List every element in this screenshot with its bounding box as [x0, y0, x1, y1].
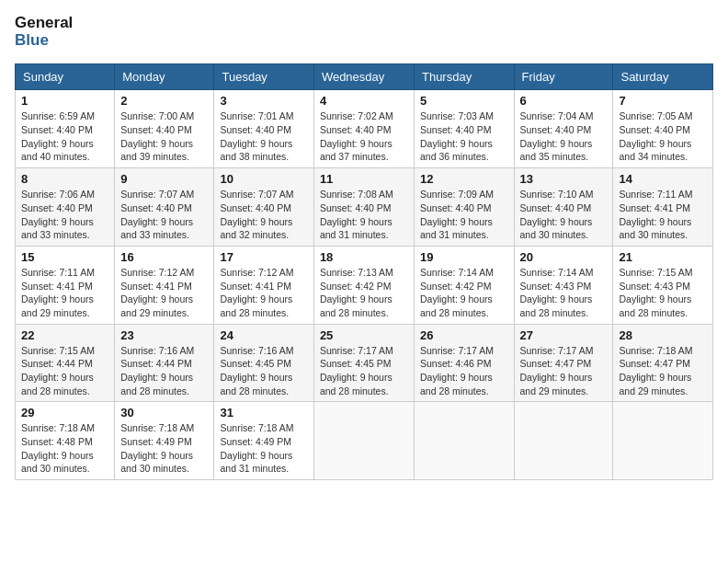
logo-wordmark: General Blue: [15, 15, 73, 49]
day-number: 30: [120, 406, 208, 419]
day-info: Sunrise: 7:04 AMSunset: 4:40 PMDaylight:…: [520, 109, 608, 164]
weekday-header-wednesday: Wednesday: [313, 64, 414, 90]
day-number: 6: [520, 94, 608, 108]
calendar-cell: 2 Sunrise: 7:00 AMSunset: 4:40 PMDayligh…: [115, 90, 214, 168]
day-number: 24: [220, 328, 307, 342]
calendar-header-row: SundayMondayTuesdayWednesdayThursdayFrid…: [16, 64, 713, 90]
calendar-cell: 14 Sunrise: 7:11 AMSunset: 4:41 PMDaylig…: [613, 168, 713, 247]
day-number: 18: [320, 250, 408, 264]
day-number: 17: [220, 250, 307, 264]
calendar-cell: 23 Sunrise: 7:16 AMSunset: 4:44 PMDaylig…: [115, 324, 214, 402]
day-number: 14: [619, 172, 707, 186]
day-info: Sunrise: 7:17 AMSunset: 4:47 PMDaylight:…: [520, 344, 608, 398]
calendar-cell: 4 Sunrise: 7:02 AMSunset: 4:40 PMDayligh…: [313, 90, 414, 168]
day-number: 27: [520, 328, 608, 342]
calendar-cell: [313, 402, 414, 480]
day-info: Sunrise: 7:11 AMSunset: 4:41 PMDaylight:…: [21, 266, 108, 320]
calendar-cell: 17 Sunrise: 7:12 AMSunset: 4:41 PMDaylig…: [214, 246, 313, 324]
day-info: Sunrise: 7:12 AMSunset: 4:41 PMDaylight:…: [120, 266, 208, 320]
calendar-cell: 12 Sunrise: 7:09 AMSunset: 4:40 PMDaylig…: [414, 168, 514, 247]
day-info: Sunrise: 7:08 AMSunset: 4:40 PMDaylight:…: [320, 188, 408, 242]
day-info: Sunrise: 7:05 AMSunset: 4:40 PMDaylight:…: [619, 109, 707, 164]
calendar-cell: 9 Sunrise: 7:07 AMSunset: 4:40 PMDayligh…: [115, 168, 214, 247]
calendar-cell: 28 Sunrise: 7:18 AMSunset: 4:47 PMDaylig…: [613, 324, 713, 402]
calendar-cell: 18 Sunrise: 7:13 AMSunset: 4:42 PMDaylig…: [313, 246, 414, 324]
calendar-cell: 10 Sunrise: 7:07 AMSunset: 4:40 PMDaylig…: [214, 168, 313, 247]
day-info: Sunrise: 7:17 AMSunset: 4:46 PMDaylight:…: [420, 344, 508, 398]
calendar-cell: 19 Sunrise: 7:14 AMSunset: 4:42 PMDaylig…: [414, 246, 514, 324]
day-info: Sunrise: 7:07 AMSunset: 4:40 PMDaylight:…: [220, 188, 307, 242]
calendar-cell: [613, 402, 713, 480]
calendar-cell: 7 Sunrise: 7:05 AMSunset: 4:40 PMDayligh…: [613, 90, 713, 168]
day-info: Sunrise: 7:01 AMSunset: 4:40 PMDaylight:…: [220, 109, 307, 164]
calendar-cell: 15 Sunrise: 7:11 AMSunset: 4:41 PMDaylig…: [16, 246, 115, 324]
day-info: Sunrise: 7:16 AMSunset: 4:44 PMDaylight:…: [120, 344, 208, 398]
day-number: 7: [619, 94, 707, 108]
day-info: Sunrise: 7:06 AMSunset: 4:40 PMDaylight:…: [21, 188, 108, 242]
calendar-cell: 31 Sunrise: 7:18 AMSunset: 4:49 PMDaylig…: [214, 402, 313, 480]
calendar-cell: 20 Sunrise: 7:14 AMSunset: 4:43 PMDaylig…: [514, 246, 613, 324]
day-info: Sunrise: 7:07 AMSunset: 4:40 PMDaylight:…: [120, 188, 208, 242]
day-number: 3: [220, 94, 307, 108]
calendar-cell: 30 Sunrise: 7:18 AMSunset: 4:49 PMDaylig…: [115, 402, 214, 480]
day-info: Sunrise: 7:17 AMSunset: 4:45 PMDaylight:…: [320, 344, 408, 398]
day-info: Sunrise: 7:02 AMSunset: 4:40 PMDaylight:…: [320, 109, 408, 164]
day-number: 22: [21, 328, 108, 342]
day-number: 29: [21, 406, 108, 419]
day-number: 8: [21, 172, 108, 186]
day-info: Sunrise: 7:11 AMSunset: 4:41 PMDaylight:…: [619, 188, 707, 242]
calendar-cell: 13 Sunrise: 7:10 AMSunset: 4:40 PMDaylig…: [514, 168, 613, 247]
day-number: 31: [220, 406, 307, 419]
day-number: 26: [420, 328, 508, 342]
calendar-cell: 3 Sunrise: 7:01 AMSunset: 4:40 PMDayligh…: [214, 90, 313, 168]
calendar-cell: 6 Sunrise: 7:04 AMSunset: 4:40 PMDayligh…: [514, 90, 613, 168]
day-number: 19: [420, 250, 508, 264]
calendar-cell: 5 Sunrise: 7:03 AMSunset: 4:40 PMDayligh…: [414, 90, 514, 168]
weekday-header-monday: Monday: [115, 64, 214, 90]
day-number: 11: [320, 172, 408, 186]
day-number: 20: [520, 250, 608, 264]
calendar-week-5: 29 Sunrise: 7:18 AMSunset: 4:48 PMDaylig…: [16, 402, 713, 480]
calendar-cell: 22 Sunrise: 7:15 AMSunset: 4:44 PMDaylig…: [16, 324, 115, 402]
calendar-cell: 21 Sunrise: 7:15 AMSunset: 4:43 PMDaylig…: [613, 246, 713, 324]
day-info: Sunrise: 7:14 AMSunset: 4:43 PMDaylight:…: [520, 266, 608, 320]
calendar-week-2: 8 Sunrise: 7:06 AMSunset: 4:40 PMDayligh…: [16, 168, 713, 247]
day-number: 15: [21, 250, 108, 264]
day-info: Sunrise: 7:15 AMSunset: 4:43 PMDaylight:…: [619, 266, 707, 320]
logo-text: General Blue: [15, 15, 73, 49]
day-number: 4: [320, 94, 408, 108]
calendar-cell: 29 Sunrise: 7:18 AMSunset: 4:48 PMDaylig…: [16, 402, 115, 480]
day-number: 23: [120, 328, 208, 342]
calendar-cell: 16 Sunrise: 7:12 AMSunset: 4:41 PMDaylig…: [115, 246, 214, 324]
weekday-header-saturday: Saturday: [613, 64, 713, 90]
day-number: 13: [520, 172, 608, 186]
calendar-week-3: 15 Sunrise: 7:11 AMSunset: 4:41 PMDaylig…: [16, 246, 713, 324]
calendar-cell: 25 Sunrise: 7:17 AMSunset: 4:45 PMDaylig…: [313, 324, 414, 402]
day-number: 5: [420, 94, 508, 108]
calendar-cell: 24 Sunrise: 7:16 AMSunset: 4:45 PMDaylig…: [214, 324, 313, 402]
calendar-cell: 26 Sunrise: 7:17 AMSunset: 4:46 PMDaylig…: [414, 324, 514, 402]
day-info: Sunrise: 7:14 AMSunset: 4:42 PMDaylight:…: [420, 266, 508, 320]
weekday-header-sunday: Sunday: [16, 64, 115, 90]
calendar-cell: 11 Sunrise: 7:08 AMSunset: 4:40 PMDaylig…: [313, 168, 414, 247]
day-info: Sunrise: 7:18 AMSunset: 4:49 PMDaylight:…: [120, 421, 208, 476]
weekday-header-friday: Friday: [514, 64, 613, 90]
calendar-cell: 27 Sunrise: 7:17 AMSunset: 4:47 PMDaylig…: [514, 324, 613, 402]
day-info: Sunrise: 7:03 AMSunset: 4:40 PMDaylight:…: [420, 109, 508, 164]
calendar-week-4: 22 Sunrise: 7:15 AMSunset: 4:44 PMDaylig…: [16, 324, 713, 402]
day-number: 25: [320, 328, 408, 342]
day-info: Sunrise: 6:59 AMSunset: 4:40 PMDaylight:…: [21, 109, 108, 164]
logo: General Blue: [15, 15, 73, 49]
day-number: 21: [619, 250, 707, 264]
day-number: 1: [21, 94, 108, 108]
calendar-week-1: 1 Sunrise: 6:59 AMSunset: 4:40 PMDayligh…: [16, 90, 713, 168]
day-info: Sunrise: 7:15 AMSunset: 4:44 PMDaylight:…: [21, 344, 108, 398]
calendar-cell: [414, 402, 514, 480]
weekday-header-tuesday: Tuesday: [214, 64, 313, 90]
day-info: Sunrise: 7:09 AMSunset: 4:40 PMDaylight:…: [420, 188, 508, 242]
day-info: Sunrise: 7:18 AMSunset: 4:47 PMDaylight:…: [619, 344, 707, 398]
day-number: 2: [120, 94, 208, 108]
day-number: 10: [220, 172, 307, 186]
day-info: Sunrise: 7:00 AMSunset: 4:40 PMDaylight:…: [120, 109, 208, 164]
day-number: 28: [619, 328, 707, 342]
